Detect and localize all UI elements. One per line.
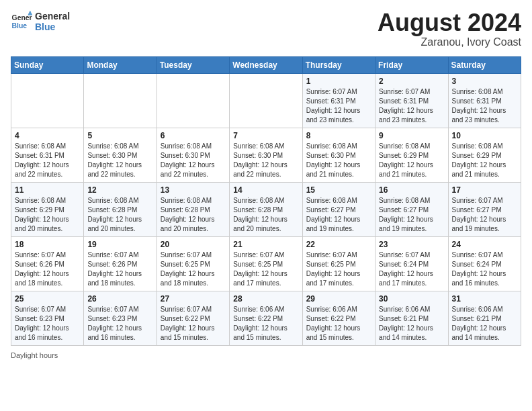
day-number: 28 <box>233 294 298 304</box>
calendar-cell: 6Sunrise: 6:08 AM Sunset: 6:30 PM Daylig… <box>157 128 229 183</box>
calendar-cell: 23Sunrise: 6:07 AM Sunset: 6:24 PM Dayli… <box>375 237 448 291</box>
day-of-week-header: Wednesday <box>230 57 302 74</box>
day-number: 22 <box>306 240 371 249</box>
day-info: Sunrise: 6:06 AM Sunset: 6:21 PM Dayligh… <box>379 305 444 342</box>
day-number: 18 <box>15 240 80 249</box>
day-info: Sunrise: 6:07 AM Sunset: 6:25 PM Dayligh… <box>233 250 298 288</box>
calendar-cell <box>230 74 302 128</box>
calendar-cell: 13Sunrise: 6:08 AM Sunset: 6:28 PM Dayli… <box>157 183 229 237</box>
day-info: Sunrise: 6:07 AM Sunset: 6:26 PM Dayligh… <box>15 250 80 288</box>
day-number: 12 <box>87 185 152 195</box>
day-info: Sunrise: 6:08 AM Sunset: 6:29 PM Dayligh… <box>379 142 444 179</box>
page-header: General Blue General Blue August 2024 Za… <box>11 11 521 48</box>
day-info: Sunrise: 6:08 AM Sunset: 6:30 PM Dayligh… <box>87 142 152 179</box>
day-number: 23 <box>379 240 444 249</box>
logo-blue: Blue <box>35 21 70 32</box>
day-info: Sunrise: 6:07 AM Sunset: 6:31 PM Dayligh… <box>379 87 444 125</box>
calendar-cell <box>11 74 84 128</box>
day-info: Sunrise: 6:06 AM Sunset: 6:22 PM Dayligh… <box>306 305 371 342</box>
calendar-table: SundayMondayTuesdayWednesdayThursdayFrid… <box>11 56 521 346</box>
calendar-week-row: 4Sunrise: 6:08 AM Sunset: 6:31 PM Daylig… <box>11 128 521 183</box>
calendar-cell: 25Sunrise: 6:07 AM Sunset: 6:23 PM Dayli… <box>11 291 84 346</box>
svg-text:General: General <box>12 14 32 21</box>
svg-text:Blue: Blue <box>12 22 28 30</box>
day-of-week-header: Friday <box>375 57 448 74</box>
calendar-cell: 20Sunrise: 6:07 AM Sunset: 6:25 PM Dayli… <box>157 237 229 291</box>
svg-marker-3 <box>28 11 32 15</box>
day-number: 20 <box>161 240 226 249</box>
calendar-week-row: 1Sunrise: 6:07 AM Sunset: 6:31 PM Daylig… <box>11 74 521 128</box>
day-info: Sunrise: 6:08 AM Sunset: 6:30 PM Dayligh… <box>233 142 298 179</box>
day-of-week-header: Saturday <box>448 57 521 74</box>
day-info: Sunrise: 6:07 AM Sunset: 6:24 PM Dayligh… <box>452 250 517 288</box>
calendar-header-row: SundayMondayTuesdayWednesdayThursdayFrid… <box>11 57 521 74</box>
logo-general: General <box>35 11 70 21</box>
calendar-cell: 10Sunrise: 6:08 AM Sunset: 6:29 PM Dayli… <box>448 128 521 183</box>
calendar-cell: 26Sunrise: 6:07 AM Sunset: 6:23 PM Dayli… <box>84 291 157 346</box>
day-info: Sunrise: 6:07 AM Sunset: 6:31 PM Dayligh… <box>306 87 371 125</box>
logo: General Blue General Blue <box>11 11 70 32</box>
footer-note: Daylight hours <box>11 351 521 359</box>
day-number: 24 <box>452 240 517 249</box>
calendar-cell: 5Sunrise: 6:08 AM Sunset: 6:30 PM Daylig… <box>84 128 157 183</box>
day-info: Sunrise: 6:07 AM Sunset: 6:24 PM Dayligh… <box>379 250 444 288</box>
day-number: 16 <box>379 185 444 195</box>
day-number: 4 <box>15 131 80 140</box>
calendar-cell: 18Sunrise: 6:07 AM Sunset: 6:26 PM Dayli… <box>11 237 84 291</box>
day-of-week-header: Sunday <box>11 57 84 74</box>
day-info: Sunrise: 6:08 AM Sunset: 6:29 PM Dayligh… <box>15 196 80 234</box>
day-number: 10 <box>452 131 517 140</box>
day-of-week-header: Monday <box>84 57 157 74</box>
day-number: 7 <box>233 131 298 140</box>
page-subtitle: Zaranou, Ivory Coast <box>378 36 521 48</box>
day-info: Sunrise: 6:08 AM Sunset: 6:31 PM Dayligh… <box>452 87 517 125</box>
calendar-cell: 24Sunrise: 6:07 AM Sunset: 6:24 PM Dayli… <box>448 237 521 291</box>
calendar-cell: 28Sunrise: 6:06 AM Sunset: 6:22 PM Dayli… <box>230 291 302 346</box>
day-number: 26 <box>87 294 152 304</box>
day-number: 19 <box>87 240 152 249</box>
day-info: Sunrise: 6:06 AM Sunset: 6:22 PM Dayligh… <box>233 305 298 342</box>
day-number: 25 <box>15 294 80 304</box>
calendar-cell: 30Sunrise: 6:06 AM Sunset: 6:21 PM Dayli… <box>375 291 448 346</box>
day-number: 27 <box>161 294 226 304</box>
calendar-cell: 19Sunrise: 6:07 AM Sunset: 6:26 PM Dayli… <box>84 237 157 291</box>
day-info: Sunrise: 6:08 AM Sunset: 6:28 PM Dayligh… <box>161 196 226 234</box>
calendar-cell: 11Sunrise: 6:08 AM Sunset: 6:29 PM Dayli… <box>11 183 84 237</box>
day-info: Sunrise: 6:08 AM Sunset: 6:31 PM Dayligh… <box>15 142 80 179</box>
calendar-cell <box>84 74 157 128</box>
calendar-cell: 8Sunrise: 6:08 AM Sunset: 6:30 PM Daylig… <box>302 128 375 183</box>
day-number: 21 <box>233 240 298 249</box>
calendar-cell: 12Sunrise: 6:08 AM Sunset: 6:28 PM Dayli… <box>84 183 157 237</box>
day-number: 5 <box>87 131 152 140</box>
calendar-week-row: 25Sunrise: 6:07 AM Sunset: 6:23 PM Dayli… <box>11 291 521 346</box>
day-number: 11 <box>15 185 80 195</box>
day-info: Sunrise: 6:07 AM Sunset: 6:27 PM Dayligh… <box>452 196 517 234</box>
calendar-cell: 22Sunrise: 6:07 AM Sunset: 6:25 PM Dayli… <box>302 237 375 291</box>
day-info: Sunrise: 6:08 AM Sunset: 6:28 PM Dayligh… <box>87 196 152 234</box>
day-number: 14 <box>233 185 298 195</box>
calendar-cell: 29Sunrise: 6:06 AM Sunset: 6:22 PM Dayli… <box>302 291 375 346</box>
day-number: 15 <box>306 185 371 195</box>
day-number: 3 <box>452 77 517 86</box>
day-number: 2 <box>379 77 444 86</box>
calendar-cell: 1Sunrise: 6:07 AM Sunset: 6:31 PM Daylig… <box>302 74 375 128</box>
day-number: 13 <box>161 185 226 195</box>
calendar-cell: 3Sunrise: 6:08 AM Sunset: 6:31 PM Daylig… <box>448 74 521 128</box>
day-number: 30 <box>379 294 444 304</box>
day-info: Sunrise: 6:07 AM Sunset: 6:23 PM Dayligh… <box>15 305 80 342</box>
day-info: Sunrise: 6:08 AM Sunset: 6:28 PM Dayligh… <box>233 196 298 234</box>
day-info: Sunrise: 6:08 AM Sunset: 6:27 PM Dayligh… <box>379 196 444 234</box>
day-info: Sunrise: 6:08 AM Sunset: 6:30 PM Dayligh… <box>306 142 371 179</box>
day-info: Sunrise: 6:07 AM Sunset: 6:22 PM Dayligh… <box>161 305 226 342</box>
day-number: 1 <box>306 77 371 86</box>
calendar-week-row: 11Sunrise: 6:08 AM Sunset: 6:29 PM Dayli… <box>11 183 521 237</box>
day-number: 9 <box>379 131 444 140</box>
day-number: 17 <box>452 185 517 195</box>
calendar-cell: 7Sunrise: 6:08 AM Sunset: 6:30 PM Daylig… <box>230 128 302 183</box>
calendar-cell: 27Sunrise: 6:07 AM Sunset: 6:22 PM Dayli… <box>157 291 229 346</box>
day-of-week-header: Thursday <box>302 57 375 74</box>
calendar-cell: 21Sunrise: 6:07 AM Sunset: 6:25 PM Dayli… <box>230 237 302 291</box>
day-info: Sunrise: 6:07 AM Sunset: 6:23 PM Dayligh… <box>87 305 152 342</box>
day-info: Sunrise: 6:07 AM Sunset: 6:25 PM Dayligh… <box>306 250 371 288</box>
calendar-cell: 31Sunrise: 6:06 AM Sunset: 6:21 PM Dayli… <box>448 291 521 346</box>
